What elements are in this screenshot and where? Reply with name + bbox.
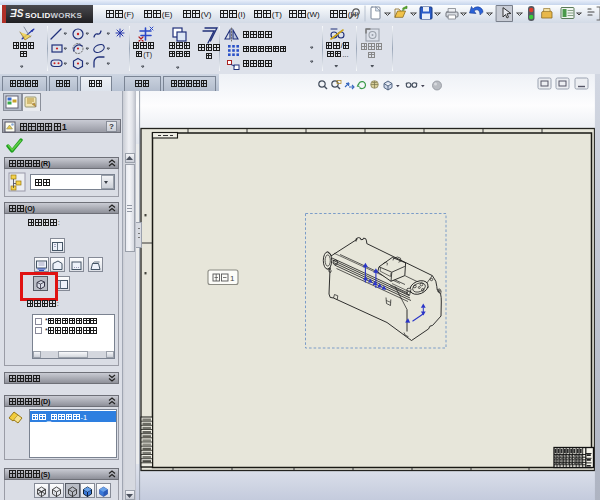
svg-text:1: 1: [230, 274, 235, 283]
